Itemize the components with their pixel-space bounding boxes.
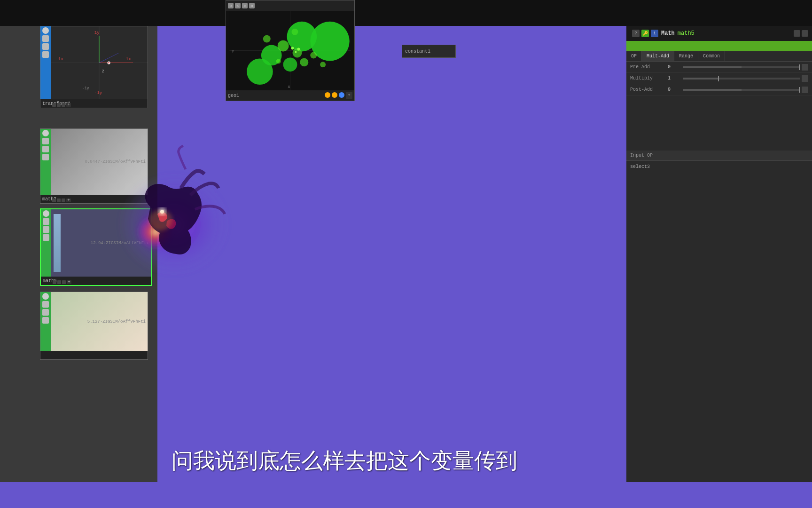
prop-row-pre-add: Pre-Add 0 (626, 62, 812, 73)
geo1-icon-settings: ⚙ (249, 3, 255, 8)
svg-point-41 (295, 51, 297, 53)
node-transform1-dots: + (52, 103, 71, 107)
geo1-icon-circle: ⊙ (228, 3, 234, 8)
svg-point-30 (283, 57, 297, 71)
svg-point-37 (263, 35, 271, 43)
prop-post-add-slider[interactable] (683, 89, 800, 91)
svg-text:2: 2 (102, 69, 104, 74)
right-panel: ? 🔑 i Math math5 OP Mult-Add Range Commo… (626, 26, 812, 482)
right-panel-input-op: Input OP select3 (626, 151, 812, 172)
prop-row-multiply: Multiply 1 (626, 73, 812, 84)
node-constant1-label: constant1 (405, 49, 430, 54)
node-bottom-icon-pencil (42, 301, 49, 308)
svg-point-33 (300, 58, 308, 66)
svg-point-36 (276, 59, 281, 64)
right-panel-math-title: Math (661, 30, 675, 37)
right-panel-header-icons: ? 🔑 i (632, 30, 658, 37)
rh-pin-icon[interactable] (794, 30, 800, 37)
geo1-indicator-blue (339, 92, 344, 98)
right-panel-header: ? 🔑 i Math math5 (626, 26, 812, 41)
node-math5-icon-lock (43, 234, 49, 241)
node-transform1-icon-circle (42, 27, 49, 34)
svg-text:X: X (288, 85, 290, 89)
subtitle-area: 问我说到底怎么样去把这个变量传到 (157, 440, 626, 482)
node-bottom-icon-lock (42, 317, 49, 324)
node-transform1-icon-pencil (42, 35, 49, 42)
svg-point-39 (291, 47, 294, 50)
tab-op[interactable]: OP (626, 51, 642, 61)
prop-pre-add-label: Pre-Add (630, 64, 668, 70)
rh-icon-question[interactable]: ? (632, 30, 640, 37)
node-transform1-icon-lock (42, 51, 49, 58)
right-panel-action-icons (794, 30, 808, 37)
top-bar (0, 0, 812, 26)
prop-pre-add-slider[interactable] (683, 66, 800, 68)
tab-range[interactable]: Range (674, 51, 698, 61)
svg-text:1x: 1x (126, 56, 132, 62)
svg-point-35 (320, 62, 326, 67)
node-geo1-bottom: geo1 + (226, 90, 354, 101)
right-green-bar (626, 41, 812, 51)
node-math2-icon-lock (42, 154, 49, 160)
prop-row-post-add: Post-Add 0 (626, 84, 812, 95)
rh-icon-info[interactable]: i (651, 30, 658, 37)
prop-multiply-slider[interactable] (683, 78, 800, 79)
subtitle-text: 问我说到底怎么样去把这个变量传到 (172, 446, 517, 476)
right-panel-tabs: OP Mult-Add Range Common (626, 51, 812, 62)
node-math2-icon-circle (42, 130, 49, 136)
svg-text:-1x: -1x (55, 56, 63, 62)
input-op-value: select3 (626, 161, 812, 172)
svg-point-29 (247, 58, 273, 85)
right-panel-properties: Pre-Add 0 Multiply 1 Post-Add 0 (626, 62, 812, 144)
svg-point-48 (149, 210, 172, 230)
svg-text:Y: Y (232, 49, 234, 54)
prop-post-add-reset[interactable] (802, 87, 808, 93)
node-bottom-icon-arrow (42, 309, 49, 316)
rh-icon-green[interactable]: 🔑 (641, 30, 649, 37)
svg-point-20 (108, 62, 109, 64)
node-geo1-titlebar: ⊙ ✎ ✕ ⚙ (226, 0, 354, 11)
node-math2-toolbar (40, 129, 51, 195)
node-constant1[interactable]: constant1 (402, 45, 456, 58)
node-math2-icon-arrow (42, 146, 49, 152)
node-geo1-content: X Y (226, 11, 354, 90)
node-geo1[interactable]: ⊙ ✎ ✕ ⚙ (226, 0, 355, 101)
node-transform1-content: -1x 1x 1y -1y 2 -1y (51, 26, 148, 99)
node-bottom-icon-circle (42, 293, 49, 300)
node-math5-icon-pencil (43, 218, 49, 225)
geo1-indicator-orange (325, 92, 330, 98)
geo1-plus-button[interactable]: + (346, 92, 352, 99)
svg-point-40 (297, 48, 300, 51)
input-op-header-label: Input OP (630, 153, 653, 158)
node-geo1-icons: ⊙ ✎ ✕ ⚙ (228, 3, 255, 8)
node-bottom-info: 5.127·ZIGSIM/oAffVFhFti (87, 319, 146, 324)
creature-visualization (94, 132, 263, 292)
prop-multiply-reset[interactable] (802, 75, 808, 82)
svg-text:-1y: -1y (94, 90, 102, 95)
prop-multiply-label: Multiply (630, 76, 668, 81)
node-bottom-content: 5.127·ZIGSIM/oAffVFhFti (51, 292, 148, 351)
node-bottom-toolbar (40, 292, 51, 351)
svg-point-38 (291, 29, 298, 35)
svg-point-34 (310, 52, 317, 58)
creature-svg (94, 132, 263, 292)
node-math5-icon-arrow (43, 226, 49, 233)
node-math5-toolbar (41, 209, 51, 277)
svg-text:-1y: -1y (82, 86, 89, 90)
prop-pre-add-reset[interactable] (802, 64, 808, 71)
right-panel-math5-title: math5 (678, 30, 695, 37)
input-op-header: Input OP (626, 151, 812, 161)
node-transform1-toolbar (40, 26, 51, 99)
node-transform1-icon-arrow (42, 43, 49, 50)
geo1-icon-x: ✕ (242, 3, 248, 8)
input-op-select-label: select3 (630, 164, 650, 169)
tab-common[interactable]: Common (698, 51, 725, 61)
rh-expand-icon[interactable] (802, 30, 808, 37)
prop-multiply-value: 1 (668, 76, 679, 81)
node-bottom[interactable]: 5.127·ZIGSIM/oAffVFhFti (40, 292, 148, 360)
tab-mult-add[interactable]: Mult-Add (642, 51, 674, 61)
node-transform1[interactable]: -1x 1x 1y -1y 2 -1y (40, 26, 148, 108)
geo1-indicator-orange2 (332, 92, 337, 98)
node-math2-dots: + (52, 198, 71, 202)
prop-post-add-label: Post-Add (630, 87, 668, 92)
